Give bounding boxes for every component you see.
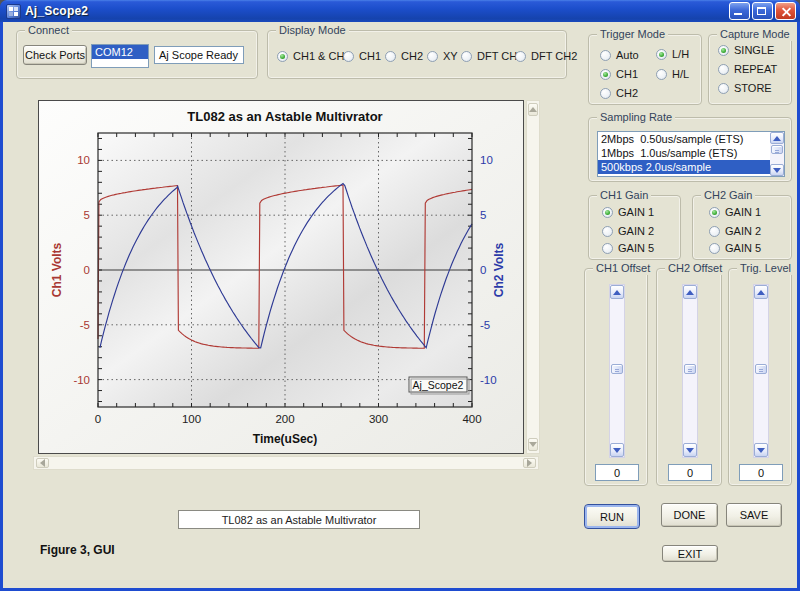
scroll-down-button[interactable] xyxy=(770,164,784,176)
com-port-item[interactable]: COM12 xyxy=(92,45,148,59)
trigger-radio-lh[interactable]: L/H xyxy=(656,48,689,60)
client-area: Connect Check Ports COM12 Aj Scope Ready… xyxy=(3,22,797,588)
radio-icon xyxy=(600,50,611,61)
slider-thumb[interactable] xyxy=(684,364,696,374)
sampling-rate-item[interactable]: 500kbps 2.0us/sample xyxy=(598,160,770,174)
capture-radio-repeat[interactable]: REPEAT xyxy=(718,63,777,75)
sampling-rate-listbox[interactable]: 2Mbps 0.50us/sample (ETS) 1Mbps 1.0us/sa… xyxy=(597,131,785,177)
radio-icon xyxy=(709,226,720,237)
trigger-radio-ch1[interactable]: CH1 xyxy=(600,68,638,80)
ch2-gain-radio-5[interactable]: GAIN 5 xyxy=(709,242,761,254)
radio-icon xyxy=(718,64,729,75)
connect-group: Connect Check Ports COM12 Aj Scope Ready xyxy=(16,30,258,79)
arrow-up-icon xyxy=(757,290,765,295)
close-button[interactable] xyxy=(775,2,796,20)
slider-thumb[interactable] xyxy=(755,364,767,374)
trigger-radio-ch2[interactable]: CH2 xyxy=(600,87,638,99)
display-mode-radio-xy[interactable]: XY xyxy=(427,50,458,62)
check-ports-button[interactable]: Check Ports xyxy=(23,45,87,65)
done-button[interactable]: DONE xyxy=(661,503,718,527)
ch1-offset-label: CH1 Offset xyxy=(593,262,653,275)
display-mode-radio-ch1ch2[interactable]: CH1 & CH2 xyxy=(277,50,350,62)
radio-icon xyxy=(385,51,396,62)
capture-radio-store[interactable]: STORE xyxy=(718,82,772,94)
sampling-rate-group-label: Sampling Rate xyxy=(597,111,675,124)
scroll-up-button[interactable] xyxy=(770,132,784,144)
display-mode-radio-ch1[interactable]: CH1 xyxy=(343,50,381,62)
ch2-offset-value[interactable]: 0 xyxy=(668,464,712,481)
radio-icon xyxy=(515,51,526,62)
chart-caption-textbox[interactable]: TL082 as an Astable Multivrator xyxy=(178,510,420,529)
ch1-gain-radio-2[interactable]: GAIN 2 xyxy=(602,225,654,237)
svg-text:-5: -5 xyxy=(480,319,490,331)
svg-text:0: 0 xyxy=(480,264,486,276)
ch1-offset-group: CH1 Offset 0 xyxy=(584,268,648,486)
ch1-gain-radio-1[interactable]: GAIN 1 xyxy=(602,206,654,218)
minimize-button[interactable] xyxy=(729,2,750,20)
radio-icon xyxy=(602,243,613,254)
arrow-up-icon xyxy=(686,290,694,295)
chart-scroll-left-button[interactable] xyxy=(36,458,49,468)
chart-vscrollbar[interactable] xyxy=(526,100,540,454)
svg-text:300: 300 xyxy=(369,413,388,425)
display-mode-group-label: Display Mode xyxy=(276,24,349,37)
capture-mode-group: Capture Mode SINGLE REPEAT STORE xyxy=(708,34,792,105)
trigger-mode-group: Trigger Mode Auto CH1 CH2 L/H H/L xyxy=(588,34,702,105)
capture-radio-single[interactable]: SINGLE xyxy=(718,44,774,56)
save-button[interactable]: SAVE xyxy=(726,503,782,527)
sampling-rate-item[interactable]: 2Mbps 0.50us/sample (ETS) xyxy=(598,132,770,146)
chart-scroll-up-button[interactable] xyxy=(528,103,538,116)
ch2-gain-radio-2[interactable]: GAIN 2 xyxy=(709,225,761,237)
arrow-down-icon xyxy=(529,442,537,447)
display-mode-radio-dftch1[interactable]: DFT CH1 xyxy=(461,50,523,62)
slider-up-button[interactable] xyxy=(754,285,768,299)
ch2-gain-radio-1[interactable]: GAIN 1 xyxy=(709,206,761,218)
display-mode-radio-dftch2[interactable]: DFT CH2 xyxy=(515,50,577,62)
arrow-right-icon xyxy=(527,459,532,467)
svg-text:5: 5 xyxy=(480,209,486,221)
trigger-radio-hl[interactable]: H/L xyxy=(656,68,689,80)
ch2-gain-group: CH2 Gain GAIN 1 GAIN 2 GAIN 5 xyxy=(692,195,792,260)
status-textbox[interactable]: Aj Scope Ready xyxy=(154,46,244,64)
chart-hscrollbar[interactable] xyxy=(33,456,539,470)
chart-scroll-down-button[interactable] xyxy=(528,438,538,451)
radio-icon xyxy=(461,51,472,62)
scroll-thumb[interactable] xyxy=(771,145,783,154)
svg-text:10: 10 xyxy=(77,154,90,166)
trigger-radio-auto[interactable]: Auto xyxy=(600,49,639,61)
com-port-listbox[interactable]: COM12 xyxy=(91,44,149,68)
maximize-button[interactable] xyxy=(752,2,773,20)
sampling-rate-scrollbar[interactable] xyxy=(770,132,784,176)
sampling-rate-item[interactable]: 1Mbps 1.0us/sample (ETS) xyxy=(598,146,770,160)
radio-icon xyxy=(709,243,720,254)
ch1-offset-value[interactable]: 0 xyxy=(595,464,639,481)
trig-level-value[interactable]: 0 xyxy=(739,464,783,481)
display-mode-radio-ch2[interactable]: CH2 xyxy=(385,50,423,62)
slider-down-button[interactable] xyxy=(610,443,624,457)
slider-thumb[interactable] xyxy=(611,364,623,374)
svg-text:10: 10 xyxy=(480,154,493,166)
arrow-left-icon xyxy=(40,459,45,467)
svg-text:-5: -5 xyxy=(80,319,90,331)
trig-level-group: Trig. Level 0 xyxy=(728,268,792,486)
ch1-gain-radio-5[interactable]: GAIN 5 xyxy=(602,242,654,254)
ch2-gain-group-label: CH2 Gain xyxy=(701,189,755,202)
exit-button[interactable]: EXIT xyxy=(662,545,718,562)
slider-up-button[interactable] xyxy=(683,285,697,299)
trig-level-slider[interactable] xyxy=(753,284,769,458)
run-button[interactable]: RUN xyxy=(584,504,640,529)
slider-down-button[interactable] xyxy=(754,443,768,457)
radio-icon xyxy=(277,51,288,62)
connect-group-label: Connect xyxy=(25,24,72,37)
slider-up-button[interactable] xyxy=(610,285,624,299)
slider-down-button[interactable] xyxy=(683,443,697,457)
radio-icon xyxy=(709,207,720,218)
arrow-down-icon xyxy=(773,168,781,173)
ch1-offset-slider[interactable] xyxy=(609,284,625,458)
svg-text:400: 400 xyxy=(462,413,481,425)
ch2-offset-slider[interactable] xyxy=(682,284,698,458)
capture-mode-group-label: Capture Mode xyxy=(717,28,793,41)
chart-scroll-right-button[interactable] xyxy=(523,458,536,468)
svg-text:5: 5 xyxy=(84,209,90,221)
ch2-offset-group: CH2 Offset 0 xyxy=(656,268,722,486)
